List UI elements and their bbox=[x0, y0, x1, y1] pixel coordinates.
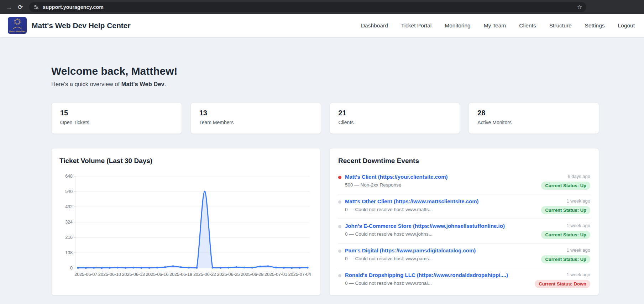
welcome-heading: Welcome back, Matthew! bbox=[51, 65, 599, 77]
event-error-message: 0 — Could not resolve host: www.matts... bbox=[345, 207, 479, 212]
stat-label: Active Monitors bbox=[477, 120, 590, 125]
stat-value: 15 bbox=[60, 109, 173, 117]
event-texts: Pam's Digital (https://www.pamsdigitalca… bbox=[345, 247, 476, 261]
event-right: 1 week ago Current Status: Up bbox=[541, 247, 590, 263]
event-left: Matt's Other Client (https://www.mattscl… bbox=[338, 198, 479, 212]
event-error-message: 0 — Could not resolve host: www.pams... bbox=[345, 256, 476, 261]
downtime-event-row: Matt's Client (https://your.clientsite.c… bbox=[338, 170, 590, 194]
event-site-link[interactable]: Pam's Digital (https://www.pamsdigitalca… bbox=[345, 247, 476, 253]
stat-card-team-members: 13 Team Members bbox=[190, 103, 321, 134]
event-status-dot-icon bbox=[338, 250, 341, 253]
event-right: 1 week ago Current Status: Up bbox=[541, 198, 590, 214]
event-texts: Ronald's Dropshipping LLC (https://www.r… bbox=[345, 272, 508, 286]
welcome-subtitle-brand: Matt's Web Dev bbox=[121, 81, 164, 87]
svg-text:0: 0 bbox=[70, 266, 73, 271]
stat-card-active-monitors: 28 Active Monitors bbox=[468, 103, 599, 134]
svg-text:2025-06-28: 2025-06-28 bbox=[241, 272, 263, 277]
page-content: Welcome back, Matthew! Here's a quick ov… bbox=[51, 37, 599, 295]
nav-item-settings[interactable]: Settings bbox=[585, 22, 605, 29]
nav-item-logout[interactable]: Logout bbox=[618, 22, 635, 29]
events-title: Recent Downtime Events bbox=[338, 157, 590, 165]
svg-text:540: 540 bbox=[65, 189, 73, 194]
event-status-dot-icon bbox=[338, 225, 341, 228]
site-info-icon[interactable] bbox=[33, 4, 39, 10]
svg-text:2025-06-07: 2025-06-07 bbox=[74, 272, 97, 277]
svg-text:2025-06-16: 2025-06-16 bbox=[146, 272, 168, 277]
event-status-badge: Current Status: Up bbox=[541, 231, 590, 239]
url-text[interactable]: support.youragency.com bbox=[43, 4, 104, 10]
stat-value: 28 bbox=[477, 109, 590, 117]
stat-value: 13 bbox=[199, 109, 312, 117]
event-error-message: 500 — Non-2xx Response bbox=[345, 182, 448, 188]
ticket-volume-chart: 01082163244325406482025-06-072025-06-102… bbox=[59, 168, 313, 283]
main-nav: Dashboard Ticket Portal Monitoring My Te… bbox=[361, 22, 636, 29]
event-right: 6 days ago Current Status: Up bbox=[541, 174, 590, 190]
event-error-message: 0 — Could not resolve host: www.johns... bbox=[345, 231, 505, 237]
svg-text:216: 216 bbox=[65, 235, 73, 240]
stat-label: Open Tickets bbox=[60, 120, 173, 125]
svg-text:2025-06-25: 2025-06-25 bbox=[217, 272, 240, 277]
nav-item-structure[interactable]: Structure bbox=[549, 22, 572, 29]
svg-text:648: 648 bbox=[65, 174, 73, 179]
event-texts: Matt's Client (https://your.clientsite.c… bbox=[345, 174, 448, 188]
event-site-link[interactable]: Matt's Client (https://your.clientsite.c… bbox=[345, 174, 448, 180]
event-right: 1 week ago Current Status: Down bbox=[535, 272, 590, 288]
svg-text:108: 108 bbox=[65, 250, 73, 255]
event-timestamp: 1 week ago bbox=[541, 223, 590, 228]
company-logo[interactable]: Matt's Web Dev bbox=[8, 17, 27, 34]
event-status-dot-icon bbox=[338, 200, 341, 204]
event-texts: Matt's Other Client (https://www.mattscl… bbox=[345, 198, 479, 212]
stat-card-open-tickets: 15 Open Tickets bbox=[51, 103, 182, 134]
svg-text:2025-07-04: 2025-07-04 bbox=[288, 272, 311, 277]
svg-text:2025-06-22: 2025-06-22 bbox=[193, 272, 216, 277]
event-timestamp: 1 week ago bbox=[541, 247, 590, 253]
nav-item-clients[interactable]: Clients bbox=[519, 22, 536, 29]
nav-item-ticket-portal[interactable]: Ticket Portal bbox=[401, 22, 432, 29]
bookmark-star-icon[interactable]: ☆ bbox=[577, 4, 582, 10]
event-left: John's E-Commerce Store (https://www.joh… bbox=[338, 223, 505, 237]
event-right: 1 week ago Current Status: Up bbox=[541, 223, 590, 239]
event-site-link[interactable]: John's E-Commerce Store (https://www.joh… bbox=[345, 223, 505, 229]
event-timestamp: 6 days ago bbox=[541, 174, 590, 179]
nav-item-dashboard[interactable]: Dashboard bbox=[361, 22, 388, 29]
stat-label: Clients bbox=[339, 120, 451, 125]
event-timestamp: 1 week ago bbox=[541, 198, 590, 204]
nav-item-my-team[interactable]: My Team bbox=[484, 22, 506, 29]
event-status-badge: Current Status: Up bbox=[541, 255, 590, 263]
event-left: Ronald's Dropshipping LLC (https://www.r… bbox=[338, 272, 508, 286]
reload-icon[interactable]: ⟳ bbox=[18, 4, 23, 10]
event-site-link[interactable]: Ronald's Dropshipping LLC (https://www.r… bbox=[345, 272, 508, 278]
welcome-subtitle-prefix: Here's a quick overview of bbox=[51, 81, 121, 87]
svg-text:2025-06-19: 2025-06-19 bbox=[169, 272, 192, 277]
downtime-event-row: Matt's Other Client (https://www.mattscl… bbox=[338, 194, 590, 219]
event-timestamp: 1 week ago bbox=[535, 272, 590, 277]
url-bar[interactable]: support.youragency.com ☆ bbox=[29, 2, 586, 12]
svg-text:2025-06-13: 2025-06-13 bbox=[122, 272, 145, 277]
ticket-volume-svg: 01082163244325406482025-06-072025-06-102… bbox=[59, 168, 313, 282]
welcome-subtitle-suffix: . bbox=[164, 81, 166, 87]
downtime-event-row: Ronald's Dropshipping LLC (https://www.r… bbox=[338, 268, 590, 292]
main-row: Ticket Volume (Last 30 Days) 01082163244… bbox=[51, 148, 599, 295]
svg-text:2025-07-01: 2025-07-01 bbox=[265, 272, 287, 277]
nav-item-monitoring[interactable]: Monitoring bbox=[445, 22, 470, 29]
stat-value: 21 bbox=[339, 109, 451, 117]
svg-text:324: 324 bbox=[65, 220, 73, 225]
stat-card-clients: 21 Clients bbox=[330, 103, 460, 134]
app-header: Matt's Web Dev Matt's Web Dev Help Cente… bbox=[0, 14, 644, 37]
welcome-subtitle: Here's a quick overview of Matt's Web De… bbox=[51, 81, 599, 88]
page-title: Matt's Web Dev Help Center bbox=[32, 21, 131, 30]
event-status-badge: Current Status: Up bbox=[541, 206, 590, 214]
event-site-link[interactable]: Matt's Other Client (https://www.mattscl… bbox=[345, 198, 479, 204]
forward-arrow-icon[interactable]: → bbox=[6, 4, 12, 10]
event-status-badge: Current Status: Up bbox=[541, 182, 590, 190]
downtime-event-row: John's E-Commerce Store (https://www.joh… bbox=[338, 219, 590, 243]
chart-title: Ticket Volume (Last 30 Days) bbox=[59, 157, 313, 165]
browser-toolbar: → ⟳ support.youragency.com ☆ bbox=[0, 0, 644, 14]
downtime-events-list: Matt's Client (https://your.clientsite.c… bbox=[338, 170, 590, 292]
event-left: Matt's Client (https://your.clientsite.c… bbox=[338, 174, 448, 188]
event-error-message: 0 — Could not resolve host: www.ronal... bbox=[345, 281, 508, 286]
event-status-dot-icon bbox=[338, 176, 341, 179]
downtime-event-row: Pam's Digital (https://www.pamsdigitalca… bbox=[338, 243, 590, 268]
event-texts: John's E-Commerce Store (https://www.joh… bbox=[345, 223, 505, 237]
welcome-section: Welcome back, Matthew! Here's a quick ov… bbox=[51, 37, 599, 88]
